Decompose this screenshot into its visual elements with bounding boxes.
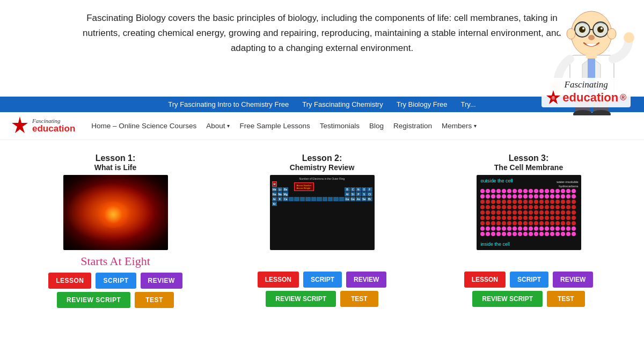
svg-point-163	[523, 226, 528, 231]
svg-point-127	[523, 216, 528, 220]
svg-point-65	[480, 200, 485, 204]
svg-point-20	[624, 32, 634, 43]
svg-point-30	[486, 189, 490, 193]
lesson2-test-btn[interactable]: TEST	[340, 291, 378, 307]
svg-point-66	[486, 200, 490, 204]
lesson2-review-btn[interactable]: REVIEW	[346, 272, 386, 288]
nav-home[interactable]: Home – Online Science Courses	[91, 122, 196, 130]
lesson1-image[interactable]	[63, 175, 168, 250]
promo-item-2[interactable]: Try Fascinating Chemistry	[302, 100, 383, 108]
lesson1-script-btn[interactable]: SCRIPT	[96, 273, 136, 289]
svg-point-11	[597, 26, 604, 33]
svg-point-177	[502, 232, 506, 236]
lesson3-review-script-btn[interactable]: REVIEW SCRIPT	[472, 291, 543, 307]
svg-point-99	[566, 205, 570, 209]
svg-point-105	[502, 210, 506, 215]
svg-point-51	[502, 194, 506, 199]
nav-free-samples[interactable]: Free Sample Lessons	[239, 122, 310, 130]
svg-point-76	[539, 200, 544, 204]
svg-point-155	[480, 226, 485, 231]
nav-members-chevron: ▾	[474, 123, 477, 129]
promo-item-1[interactable]: Try Fascinating Intro to Chemistry Free	[168, 100, 289, 108]
nav-members[interactable]: Members	[442, 122, 472, 130]
svg-point-184	[539, 232, 544, 236]
svg-point-174	[486, 232, 490, 236]
lesson3-script-btn[interactable]: SCRIPT	[510, 272, 548, 288]
lesson1-review-script-btn[interactable]: REVIEW SCRIPT	[57, 292, 130, 308]
svg-point-46	[572, 189, 576, 193]
logo-education: education	[32, 124, 75, 134]
lesson1-test-btn[interactable]: TEST	[135, 292, 174, 308]
logo[interactable]: Fascinating education	[11, 116, 75, 135]
svg-point-178	[507, 232, 511, 236]
svg-point-183	[534, 232, 538, 236]
nav-registration[interactable]: Registration	[393, 122, 432, 130]
svg-point-71	[513, 200, 517, 204]
svg-point-190	[572, 232, 576, 236]
lesson2-btn-row1: LESSON SCRIPT REVIEW	[258, 272, 387, 288]
nav-links: Home – Online Science Courses About ▾ Fr…	[91, 122, 477, 130]
svg-point-108	[518, 210, 522, 215]
svg-point-85	[491, 205, 495, 209]
svg-point-93	[534, 205, 538, 209]
svg-point-107	[513, 210, 517, 215]
svg-point-141	[502, 221, 506, 225]
svg-point-54	[518, 194, 522, 199]
lesson1-lesson-btn[interactable]: LESSON	[48, 273, 91, 289]
svg-point-63	[566, 194, 570, 199]
svg-point-31	[491, 189, 495, 193]
lesson3-heading: Lesson 3:	[494, 153, 563, 163]
svg-point-37	[523, 189, 528, 193]
svg-point-39	[534, 189, 538, 193]
svg-point-74	[529, 200, 533, 204]
svg-point-181	[523, 232, 528, 236]
nav-about[interactable]: About	[206, 122, 225, 130]
promo-item-3[interactable]: Try Biology Free	[397, 100, 448, 108]
svg-point-53	[513, 194, 517, 199]
svg-point-69	[502, 200, 506, 204]
lesson3-test-btn[interactable]: TEST	[547, 291, 585, 307]
svg-point-100	[572, 205, 576, 209]
lesson1-heading: Lesson 1:	[94, 153, 137, 163]
svg-point-103	[491, 210, 495, 215]
svg-point-179	[513, 232, 517, 236]
lesson3-title: Lesson 3: The Cell Membrane	[494, 153, 563, 172]
lesson2-image[interactable]: Number of Electrons in the Outer Ring H …	[270, 175, 375, 250]
svg-point-166	[539, 226, 544, 231]
svg-point-170	[561, 226, 565, 231]
svg-point-125	[513, 216, 517, 220]
svg-point-114	[550, 210, 554, 215]
svg-point-68	[496, 200, 501, 204]
lesson3-btn-row1: LESSON SCRIPT REVIEW	[464, 272, 594, 288]
svg-point-115	[555, 210, 560, 215]
svg-point-130	[539, 216, 544, 220]
lesson3-review-btn[interactable]: REVIEW	[553, 272, 593, 288]
svg-point-144	[518, 221, 522, 225]
svg-point-72	[518, 200, 522, 204]
svg-point-49	[491, 194, 495, 199]
lesson3-image[interactable]: outside the cell inside the cell water-i…	[477, 175, 581, 250]
lesson2-script-btn[interactable]: SCRIPT	[303, 272, 342, 288]
lesson2-review-script-btn[interactable]: REVIEW SCRIPT	[266, 291, 336, 307]
lesson3-lesson-btn[interactable]: LESSON	[464, 272, 506, 288]
svg-point-13	[601, 27, 603, 30]
svg-point-57	[534, 194, 538, 199]
overlay-trademark: ®	[620, 93, 626, 102]
svg-point-77	[545, 200, 549, 204]
lesson1-review-btn[interactable]: REVIEW	[141, 273, 182, 289]
svg-point-55	[523, 194, 528, 199]
svg-point-160	[507, 226, 511, 231]
svg-point-151	[555, 221, 560, 225]
svg-point-36	[518, 189, 522, 193]
promo-item-4[interactable]: Try...	[461, 100, 476, 108]
svg-point-133	[555, 216, 560, 220]
svg-point-81	[566, 200, 570, 204]
nav-blog[interactable]: Blog	[369, 122, 384, 130]
svg-point-101	[480, 210, 485, 215]
svg-point-123	[502, 216, 506, 220]
lesson2-lesson-btn[interactable]: LESSON	[258, 272, 299, 288]
lesson-card-3: Lesson 3: The Cell Membrane outside the …	[432, 153, 625, 308]
svg-point-180	[518, 232, 522, 236]
nav-testimonials[interactable]: Testimonials	[320, 122, 360, 130]
svg-point-153	[566, 221, 570, 225]
